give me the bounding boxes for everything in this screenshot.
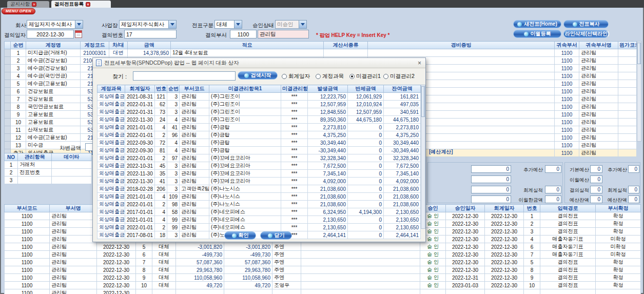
confirm-button[interactable]: 확인 [224,231,256,240]
chevron-down-icon[interactable] [299,21,306,28]
column-header[interactable]: 계정과목 [97,85,125,93]
grid-row[interactable]: 외상매출금2018-02-282063고객만족2팀(JJ(주)나노시스***21… [97,185,421,193]
column-header[interactable]: 회계일자 [485,205,524,212]
chevron-down-icon[interactable] [168,21,176,28]
radio-icon[interactable] [316,74,321,79]
column-header[interactable]: 순번 [167,85,180,93]
carryover-register-button[interactable]: 이월등록 [513,30,561,38]
grid-row[interactable]: 외상매출금2022-11-30353관리팀(주)꼬메요코리아***7,345,1… [97,170,421,178]
budget-input[interactable]: 0 [590,195,602,203]
date-input[interactable] [27,30,74,38]
voucher-no-input[interactable] [124,30,177,38]
grid-row[interactable]: 외상매출금2017-08-01183관리팀(주)노블인더스트리***2,464,… [97,231,421,239]
grid-row[interactable]: 1100관리팀2022-12-309대체110,058,960110,058,9… [5,274,641,282]
column-header[interactable]: 부서코드 [5,205,50,212]
tab-notice[interactable]: 공지사항 × [7,1,49,8]
grid-row[interactable]: 3 [5,177,92,184]
grid-row[interactable]: 2전표번호 [5,169,92,177]
column-header[interactable]: 적요 [171,42,324,49]
budget-input[interactable]: 0 [471,165,511,173]
column-header[interactable]: 발생금액 [308,85,348,93]
column-header[interactable]: 계산서종류 [324,42,368,49]
approve-status-select[interactable]: 미승인 [275,20,307,29]
grid-row[interactable]: 1100관리팀2022-12-307대체57,087,36057,087,360… [5,259,641,266]
grid-row[interactable]: 외상매출금2022-09-30814관리팀(주)금탑***-30,349,440… [97,147,421,154]
column-header[interactable]: 잔여금액 [384,85,421,93]
column-header[interactable]: 계정코드 [81,42,109,49]
budget-input[interactable]: 0 [628,186,639,193]
column-header[interactable]: 경비증빙 [368,42,555,49]
search-input[interactable] [133,71,236,81]
column-header[interactable] [5,42,11,49]
budget-input[interactable]: 0 [628,165,639,173]
column-header[interactable]: 차/대 [109,42,128,49]
budget-input[interactable]: 0 [471,186,511,193]
grid-row[interactable]: 1100관리팀2022-12-306대체-499,730-499,730주엔승 … [5,251,641,259]
radio-미결관리2[interactable]: 미결관리2 [383,73,415,80]
close-button[interactable]: 닫기 [260,231,292,240]
grid-row[interactable]: 1100관리팀2022-12-30 [5,289,641,294]
grid-row[interactable]: 1100관리팀2022-12-305대체-3,001,820-3,001,820… [5,243,641,251]
budget-input[interactable]: 0 [545,165,561,173]
chevron-down-icon[interactable] [75,21,83,28]
grid-row[interactable]: 1거래처 [5,161,92,169]
calendar-icon[interactable] [75,30,82,38]
grid-row[interactable]: 외상매출금2022-09-30724관리팀(주)금탑***30,349,4400… [97,139,421,147]
chevron-down-icon[interactable] [234,21,242,28]
column-header[interactable]: 귀속부서명 [579,42,618,49]
delete-line-button[interactable]: 라인삭제(선택라인) [563,30,609,38]
radio-계정과목[interactable]: 계정과목 [316,73,344,80]
radio-회계일자[interactable]: 회계일자 [282,73,310,80]
tab-close-icon[interactable]: × [86,2,90,7]
grid-row[interactable]: 외상매출금2022-01-31623관리팀(주)그린조이***12,507,95… [97,101,421,108]
menu-open-button[interactable]: MENU OPEN [2,8,35,14]
radio-미결관리1[interactable]: 미결관리1 [349,73,381,80]
grid-row[interactable]: 외상매출금2022-01-01296관리팀(주)금탑***4,375,25004… [97,131,421,139]
column-header[interactable]: 부서확정 [596,205,641,212]
column-header[interactable]: 미결관리항목1 [209,85,281,93]
budget-input[interactable]: 0 [590,186,602,193]
column-header[interactable]: 원가코드 [618,42,637,49]
column-header[interactable]: 번호 [524,205,540,212]
radio-icon[interactable] [282,74,287,79]
budget-input[interactable]: 0 [545,186,561,193]
slip-type-select[interactable]: 대체 [214,20,242,29]
column-header[interactable]: 순번 [11,42,26,49]
site-select[interactable]: 제일저지주식회사 [119,20,177,29]
grid-row[interactable]: 외상매출금2022-01-01297관리팀(주)꼬메요코리아***32,328,… [97,154,421,162]
copy-voucher-button[interactable]: 전표복사 [563,20,609,28]
column-header[interactable]: 회계일자 [125,85,155,93]
column-header[interactable]: 귀속부서 [555,42,579,49]
dialog-titlebar[interactable]: 전표세부항목(SPNDCDPop) 팝업 -- 웹 페이지 대화 상자 × [93,58,425,68]
grid-row[interactable]: 외상매출금2022-01-01299관리팀(주)네오피에스***2,130,65… [97,224,421,231]
budget-input[interactable]: 0 [590,165,602,173]
budget-input[interactable]: 0 [628,195,639,203]
column-header[interactable]: 번호 [155,85,167,93]
new-voucher-button[interactable]: 새전표(Home) [513,20,561,28]
budget-input[interactable]: 0 [545,195,561,203]
close-icon[interactable]: × [417,60,422,67]
budget-input[interactable]: 0 [471,175,511,183]
column-header[interactable]: 승인일자 [446,205,485,212]
grid-row[interactable]: 1미지급금(거래처)21000301대변14,378,95012월 4대보험료1… [5,49,637,57]
column-header[interactable]: 부서명 [50,205,97,212]
budget-input[interactable]: 0 [471,195,511,203]
grid-row[interactable]: 외상매출금2022-01-01298관리팀(주)나노시스***21,038,60… [97,201,421,208]
column-header[interactable]: 반제금액 [348,85,384,93]
tab-voucher-entry[interactable]: 결의전표등록 × [51,1,111,8]
main-grid-scrollbar[interactable] [637,41,641,142]
grid-row[interactable]: 외상매출금2021-01-01499관리팀(주)네오피에스***2,130,65… [97,216,421,224]
grid-row[interactable]: 1100관리팀2022-12-308대체29,963,78029,963,780… [5,266,641,274]
dept-name-input[interactable] [258,30,309,38]
grid-row[interactable]: 외상매출금2022-01-31733관리팀(주)그린조이***12,848,55… [97,108,421,116]
grid-row[interactable]: 외상매출금2022-11-30244관리팀(주)그린조이***89,350,36… [97,116,421,124]
company-select[interactable]: 제일저지주식회사 [27,20,83,29]
grid-row[interactable]: 외상매출금2021-01-014109관리팀(주)나노시스***21,038,6… [97,193,421,201]
radio-icon[interactable] [383,74,388,79]
grid-row[interactable]: 1100관리팀2022-12-3010대체49,72049,720조영우승 인2… [5,282,641,289]
column-header[interactable]: 부서코드 [180,85,209,93]
grid-row[interactable]: 외상매출금2022-10-31453관리팀(주)꼬메요코리아***7,672,5… [97,162,421,170]
column-header[interactable]: 금액 [128,42,171,49]
column-header[interactable]: 관리항목 [18,153,52,161]
grid-row[interactable]: 외상매출금2017-01-01458관리팀(주)네오피에스***6,324,95… [97,208,421,216]
